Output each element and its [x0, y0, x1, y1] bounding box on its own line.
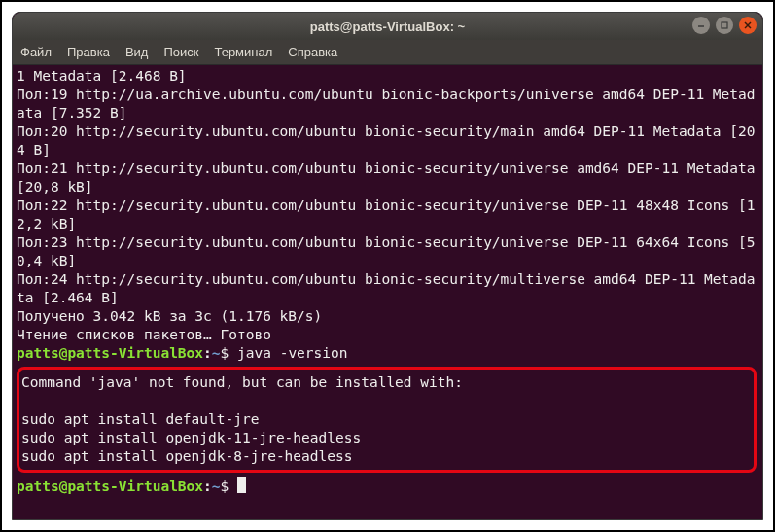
menu-edit[interactable]: Правка [67, 45, 110, 59]
menubar: Файл Правка Вид Поиск Терминал Справка [13, 40, 762, 65]
minimize-icon [696, 20, 706, 30]
prompt-colon: : [203, 345, 212, 361]
command-text: java -version [237, 345, 348, 361]
terminal-line: Пол:24 http://security.ubuntu.com/ubuntu… [17, 270, 758, 307]
output-line: sudo apt install openjdk-11-jre-headless [21, 429, 752, 447]
maximize-button[interactable] [716, 17, 733, 34]
output-line [21, 392, 752, 410]
prompt-path: ~ [212, 345, 221, 361]
terminal-line: Чтение списков пакетов… Готово [17, 326, 758, 344]
output-line: sudo apt install openjdk-8-jre-headless [21, 447, 752, 466]
terminal-line: 1 Metadata [2.468 B] [17, 67, 758, 86]
window-title: patts@patts-VirtualBox: ~ [310, 19, 465, 34]
close-button[interactable] [739, 17, 757, 34]
prompt-dollar: $ [221, 345, 229, 361]
prompt-dollar: $ [221, 479, 229, 494]
maximize-icon [720, 20, 729, 30]
titlebar[interactable]: patts@patts-VirtualBox: ~ [13, 13, 762, 40]
prompt-user: patts@patts-VirtualBox [17, 345, 203, 361]
menu-search[interactable]: Поиск [163, 45, 198, 59]
output-line: sudo apt install default-jre [21, 410, 752, 429]
terminal-line: Пол:19 http://ua.archive.ubuntu.com/ubun… [17, 86, 758, 123]
menu-file[interactable]: Файл [20, 45, 52, 59]
menu-terminal[interactable]: Терминал [214, 45, 272, 59]
svg-rect-1 [722, 22, 727, 28]
terminal-line: Пол:20 http://security.ubuntu.com/ubuntu… [17, 123, 758, 160]
prompt-line: patts@patts-VirtualBox:~$ java -version [17, 344, 758, 363]
prompt-user: patts@patts-VirtualBox [17, 479, 203, 494]
terminal-window: patts@patts-VirtualBox: ~ Файл Правка Ви… [12, 12, 763, 520]
menu-view[interactable]: Вид [125, 45, 149, 59]
menu-help[interactable]: Справка [288, 45, 337, 59]
terminal-line: Пол:21 http://security.ubuntu.com/ubuntu… [17, 160, 758, 196]
output-line: Command 'java' not found, but can be ins… [21, 373, 752, 392]
prompt-colon: : [203, 479, 212, 494]
prompt-line: patts@patts-VirtualBox:~$ [17, 477, 758, 496]
highlight-box: Command 'java' not found, but can be ins… [17, 367, 757, 473]
terminal-line: Пол:22 http://security.ubuntu.com/ubuntu… [17, 196, 758, 233]
terminal-line: Получено 3.042 kB за 3с (1.176 kB/s) [17, 307, 758, 326]
close-icon [743, 20, 753, 30]
terminal-body[interactable]: 1 Metadata [2.468 B]Пол:19 http://ua.arc… [13, 65, 762, 519]
window-controls [692, 17, 757, 34]
terminal-line: Пол:23 http://security.ubuntu.com/ubuntu… [17, 233, 758, 270]
prompt-path: ~ [212, 479, 221, 494]
cursor [237, 477, 246, 493]
minimize-button[interactable] [692, 17, 710, 34]
